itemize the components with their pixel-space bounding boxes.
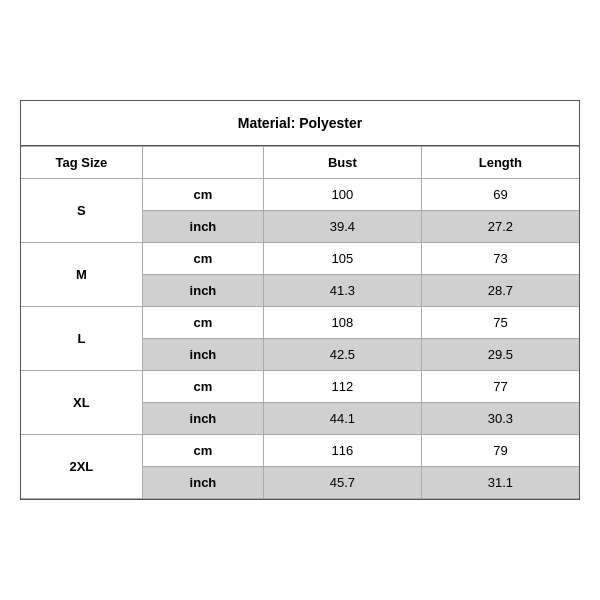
unit-inch: inch bbox=[142, 467, 263, 499]
table-row: Scm10069 bbox=[21, 179, 579, 211]
length-cm-value: 77 bbox=[421, 371, 579, 403]
bust-inch-value: 41.3 bbox=[264, 275, 422, 307]
unit-cm: cm bbox=[142, 435, 263, 467]
table-row: XLcm11277 bbox=[21, 371, 579, 403]
unit-cm: cm bbox=[142, 243, 263, 275]
table-row: 2XLcm11679 bbox=[21, 435, 579, 467]
bust-cm-value: 108 bbox=[264, 307, 422, 339]
length-cm-value: 69 bbox=[421, 179, 579, 211]
bust-inch-value: 44.1 bbox=[264, 403, 422, 435]
bust-header: Bust bbox=[264, 147, 422, 179]
length-header: Length bbox=[421, 147, 579, 179]
unit-cm: cm bbox=[142, 179, 263, 211]
bust-cm-value: 100 bbox=[264, 179, 422, 211]
bust-inch-value: 45.7 bbox=[264, 467, 422, 499]
size-label: M bbox=[21, 243, 142, 307]
size-label: L bbox=[21, 307, 142, 371]
unit-inch: inch bbox=[142, 403, 263, 435]
table-row: Mcm10573 bbox=[21, 243, 579, 275]
bust-inch-value: 39.4 bbox=[264, 211, 422, 243]
table-header-row: Tag Size Bust Length bbox=[21, 147, 579, 179]
length-cm-value: 79 bbox=[421, 435, 579, 467]
unit-header bbox=[142, 147, 263, 179]
unit-cm: cm bbox=[142, 307, 263, 339]
size-label: S bbox=[21, 179, 142, 243]
length-inch-value: 28.7 bbox=[421, 275, 579, 307]
bust-inch-value: 42.5 bbox=[264, 339, 422, 371]
tag-size-header: Tag Size bbox=[21, 147, 142, 179]
length-cm-value: 73 bbox=[421, 243, 579, 275]
length-cm-value: 75 bbox=[421, 307, 579, 339]
length-inch-value: 29.5 bbox=[421, 339, 579, 371]
bust-cm-value: 112 bbox=[264, 371, 422, 403]
size-chart-container: Material: Polyester Tag Size Bust Length… bbox=[20, 100, 580, 500]
unit-cm: cm bbox=[142, 371, 263, 403]
size-label: XL bbox=[21, 371, 142, 435]
chart-title: Material: Polyester bbox=[21, 101, 579, 146]
length-inch-value: 30.3 bbox=[421, 403, 579, 435]
size-table: Tag Size Bust Length Scm10069inch39.427.… bbox=[21, 146, 579, 499]
length-inch-value: 27.2 bbox=[421, 211, 579, 243]
bust-cm-value: 116 bbox=[264, 435, 422, 467]
bust-cm-value: 105 bbox=[264, 243, 422, 275]
table-row: Lcm10875 bbox=[21, 307, 579, 339]
unit-inch: inch bbox=[142, 211, 263, 243]
unit-inch: inch bbox=[142, 275, 263, 307]
length-inch-value: 31.1 bbox=[421, 467, 579, 499]
size-label: 2XL bbox=[21, 435, 142, 499]
unit-inch: inch bbox=[142, 339, 263, 371]
